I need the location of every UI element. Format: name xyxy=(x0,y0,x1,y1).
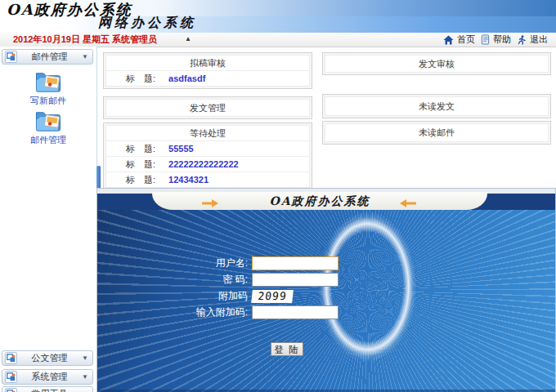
window-cascade-icon xyxy=(5,388,17,392)
table-row: 标 题: 12434321 xyxy=(106,172,309,187)
password-label: 密 码: xyxy=(110,273,248,287)
vertical-scrollbar-thumb[interactable] xyxy=(96,166,101,190)
date-user-text: 2012年10月19日 星期五 系统管理员 xyxy=(13,33,157,46)
login-title: OA政府办公系统 xyxy=(269,194,370,209)
table-row: 标 题: 55555 xyxy=(106,140,309,156)
username-input[interactable] xyxy=(252,256,339,270)
sidebar-section-label: 公文管理 xyxy=(17,352,82,364)
sidebar: 邮件管理 ▼ 写新邮件 xyxy=(0,47,97,392)
captcha-row: 附加码 2099 xyxy=(110,289,293,303)
username-label: 用户名: xyxy=(110,256,248,270)
captcha-label: 附加码 xyxy=(110,289,248,303)
window-cascade-icon xyxy=(5,352,17,364)
sidebar-section-label: 常用工具 xyxy=(17,388,82,392)
top-nav: 首页 帮助 退出 xyxy=(443,33,548,46)
row-label: 标 题: xyxy=(126,71,155,86)
chevron-down-icon: ▼ xyxy=(82,373,88,381)
nav-help[interactable]: 帮助 xyxy=(481,33,511,46)
panel-dispatch-review: 发文审核 xyxy=(322,52,551,75)
app-subtitle: 网络办公系统 xyxy=(98,15,196,32)
login-title-band: OA政府办公系统 xyxy=(152,192,487,210)
panel-title: 未读邮件 xyxy=(325,124,548,141)
login-window: OA政府办公系统 用户名: 密 码: 附加码 2099 输入附加码: 登 陆 xyxy=(96,188,556,392)
sidebar-section-label: 邮件管理 xyxy=(17,51,82,63)
document-title-link[interactable]: 12434321 xyxy=(168,172,208,187)
sidebar-section-system[interactable]: 系统管理 ▼ xyxy=(2,369,93,385)
sidebar-item-compose-mail[interactable]: 写新邮件 xyxy=(0,68,96,107)
password-input[interactable] xyxy=(252,273,339,287)
panel-title: 拟稿审核 xyxy=(106,56,309,70)
panel-title: 等待处理 xyxy=(106,126,309,140)
sidebar-section-tools[interactable]: 常用工具 ▼ xyxy=(2,386,93,392)
panel-draft-review: 拟稿审核 标 题: asdfasdf xyxy=(103,52,312,89)
help-doc-icon xyxy=(481,34,490,45)
sidebar-item-label: 写新邮件 xyxy=(0,95,96,107)
login-body-artwork: 用户名: 密 码: 附加码 2099 输入附加码: 登 陆 xyxy=(97,210,555,392)
chevron-down-icon: ▼ xyxy=(82,354,88,362)
captcha-image: 2099 xyxy=(251,290,294,303)
panel-unread-dispatch: 未读发文 xyxy=(322,94,551,118)
document-title-link[interactable]: 22222222222222 xyxy=(168,157,239,172)
sidebar-section-documents[interactable]: 公文管理 ▼ xyxy=(2,350,93,366)
captcha-input-row: 输入附加码: xyxy=(110,305,339,319)
top-banner: OA政府办公系统 网络办公系统 xyxy=(0,0,556,33)
panel-dispatch-manage: 发文管理 xyxy=(103,96,312,119)
row-label: 标 题: xyxy=(126,157,155,172)
sidebar-section-label: 系统管理 xyxy=(17,371,82,383)
table-row: 标 题: 22222222222222 xyxy=(106,156,309,172)
sidebar-section-mail[interactable]: 邮件管理 ▼ xyxy=(2,49,93,65)
panel-title: 发文审核 xyxy=(325,56,548,72)
document-title-link[interactable]: 55555 xyxy=(168,141,194,156)
captcha-input-label: 输入附加码: xyxy=(110,305,248,319)
status-bar: 2012年10月19日 星期五 系统管理员 ▲ 首页 帮助 退出 xyxy=(0,33,556,47)
chevron-down-icon: ▼ xyxy=(82,53,88,60)
panel-title: 发文管理 xyxy=(106,100,309,116)
sidebar-item-label: 邮件管理 xyxy=(0,134,96,146)
row-label: 标 题: xyxy=(126,172,155,187)
username-row: 用户名: xyxy=(110,256,339,270)
mail-folder-icon xyxy=(34,107,63,132)
mail-folder-icon xyxy=(34,68,63,93)
exit-runner-icon xyxy=(517,35,527,45)
window-cascade-icon xyxy=(5,51,17,63)
nav-home[interactable]: 首页 xyxy=(443,33,475,46)
nav-logout[interactable]: 退出 xyxy=(517,33,548,46)
document-title-link[interactable]: asdfasdf xyxy=(168,71,205,86)
panel-title: 未读发文 xyxy=(325,97,548,115)
password-row: 密 码: xyxy=(110,273,339,287)
oa-application-window: OA政府办公系统 网络办公系统 2012年10月19日 星期五 系统管理员 ▲ … xyxy=(0,0,556,392)
window-cascade-icon xyxy=(5,371,17,383)
table-row: 标 题: asdfasdf xyxy=(106,70,309,86)
nav-help-label: 帮助 xyxy=(493,33,511,46)
row-label: 标 题: xyxy=(126,141,155,156)
nav-logout-label: 退出 xyxy=(530,33,548,46)
home-icon xyxy=(443,35,454,45)
panel-unread-mail: 未读邮件 xyxy=(322,121,551,145)
sidebar-item-mail-manage[interactable]: 邮件管理 xyxy=(0,107,96,146)
collapse-up-icon[interactable]: ▲ xyxy=(185,35,191,42)
captcha-input[interactable] xyxy=(252,305,339,319)
nav-home-label: 首页 xyxy=(457,33,475,46)
login-button[interactable]: 登 陆 xyxy=(271,342,303,356)
